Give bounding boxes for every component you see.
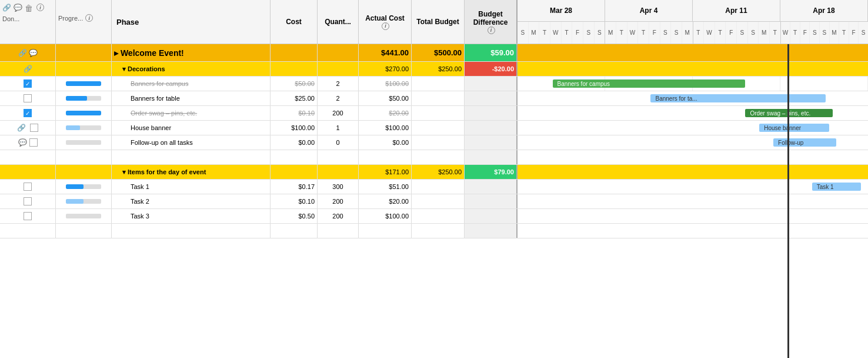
deco-phase-label: Decorations	[128, 65, 165, 72]
comment-icon-fu[interactable]: 💬	[18, 138, 27, 147]
checkbox-t3[interactable]	[24, 212, 32, 220]
checkbox-hb[interactable]	[30, 124, 38, 132]
gantt-day: S	[820, 22, 830, 44]
budget-diff-cell-hb	[465, 121, 518, 135]
phase-col-label: Phase	[116, 18, 139, 26]
actual-cell-fu: $0.00	[359, 135, 412, 150]
gantt-header: Mar 28 Apr 4 Apr 11 Apr 18 S M T W	[518, 0, 868, 44]
budget-diff-cell-os	[465, 106, 518, 120]
gantt-bar-fu: Follow-up	[773, 138, 836, 147]
gantt-day: S	[810, 22, 820, 44]
gantt-day: S	[737, 22, 748, 44]
phase-label-t3: Task 3	[131, 213, 149, 220]
gantt-row-t3	[518, 209, 868, 224]
gantt-day: F	[800, 22, 810, 44]
gantt-month-apr4: Apr 4	[605, 0, 693, 21]
budget-diff-cell-bt	[465, 91, 518, 105]
link-icon-deco[interactable]: 🔗	[24, 65, 32, 73]
total-cell-t3	[412, 209, 465, 223]
gantt-day: F	[649, 22, 660, 44]
actual-cell-bt: $50.00	[359, 91, 412, 105]
checkbox-bt[interactable]	[24, 94, 32, 102]
header-phase-col: Phase	[112, 0, 271, 44]
gantt-row-fu: Follow-up	[518, 135, 868, 150]
cost-cell-fu: $0.00	[271, 135, 318, 150]
phase-cell-hb: House banner	[112, 121, 271, 135]
progress-cell-items	[56, 165, 112, 179]
actual-cell-t2: $20.00	[359, 194, 412, 208]
budget-diff-cell-t2	[465, 194, 518, 208]
quant-col-label: Quant...	[325, 18, 351, 26]
total-cell-hb	[412, 121, 465, 135]
app-container: 🔗 💬 🗑 i Don... Progre... i Phase Cost Qu…	[0, 0, 868, 358]
gantt-day: M	[529, 22, 540, 44]
gantt-month-apr11: Apr 11	[693, 0, 780, 21]
link-icon-hb[interactable]: 🔗	[17, 124, 26, 132]
header-actual-col: Actual Cost i	[359, 0, 412, 44]
task1-row: Task 1 $0.17 300 $51.00	[0, 180, 518, 194]
comment-icon[interactable]: 💬	[14, 4, 22, 13]
gantt-day: T	[638, 22, 649, 44]
progress-fill-bc	[66, 81, 101, 86]
budget-diff-cell-t3	[465, 209, 518, 223]
checkbox-t2[interactable]	[24, 197, 32, 205]
phase-cell-t1: Task 1	[112, 180, 271, 194]
cost-cell-hb: $100.00	[271, 121, 318, 135]
welcome-toggle[interactable]: ▸	[114, 48, 118, 58]
checkbox-os[interactable]: ✓	[24, 109, 32, 117]
gantt-bar-t1: Task 1	[812, 183, 861, 191]
quant-cell-bt: 2	[318, 91, 359, 105]
budget-diff-cell-t1	[465, 180, 518, 194]
checkbox-fu[interactable]	[29, 138, 38, 147]
phase-cell-bc: Banners for campus	[112, 77, 271, 91]
items-toggle[interactable]: ▾	[122, 168, 126, 176]
progress-cell-hb	[56, 121, 112, 135]
followup-row: 💬 Follow-up on all tasks $0.00 0 $0.00	[0, 135, 518, 150]
link-icon-welcome[interactable]: 🔗	[18, 49, 27, 57]
gantt-row-welcome	[518, 44, 868, 62]
progress-cell-deco	[56, 62, 112, 76]
phase-label-t1: Task 1	[131, 183, 149, 190]
items-group-row: ▾ Items for the day of event $171.00 $25…	[0, 165, 518, 180]
progress-bar-hb	[66, 125, 101, 130]
phase-label-bt: Banners for table	[131, 95, 180, 102]
progress-fill-bt	[66, 96, 87, 101]
cost-cell-items	[271, 165, 318, 179]
gantt-day-group-apr4: M T W T F S S M	[605, 22, 693, 44]
budget-diff-cell-deco: -$20.00	[465, 62, 518, 76]
cost-cell-bt: $25.00	[271, 91, 318, 105]
phase-label-os: Order swag – pins, etc.	[131, 110, 197, 117]
progress-cell-bt	[56, 91, 112, 105]
gantt-day: T	[562, 22, 573, 44]
gantt-day: M	[830, 22, 840, 44]
checkbox-bc[interactable]: ✓	[24, 79, 32, 88]
total-cell-t2	[412, 194, 465, 208]
phase-cell-bt: Banners for table	[112, 91, 271, 105]
done-cell-bc: ✓	[0, 77, 56, 91]
actual-cell-hb: $100.00	[359, 121, 412, 135]
gantt-day: W	[627, 22, 639, 44]
gantt-day: S	[518, 22, 529, 44]
trash-icon[interactable]: 🗑	[25, 4, 33, 13]
welcome-event-row: 🔗 💬 ▸ Welcome Event! $441.00 $500.00 $59…	[0, 44, 518, 62]
phase-label-hb: House banner	[131, 124, 171, 131]
gantt-day: S	[595, 22, 605, 44]
budget-diff-cell-fu	[465, 135, 518, 150]
gantt-day-group-mar28: S M T W T F S S	[518, 22, 605, 44]
done-cell-bt	[0, 91, 56, 105]
comment-icon-welcome[interactable]: 💬	[29, 49, 38, 57]
cost-cell-deco	[271, 62, 318, 76]
phase-label-fu: Follow-up on all tasks	[131, 139, 193, 146]
header-budget-diff-col: Budget Difference i	[465, 0, 518, 44]
cost-cell-t2: $0.10	[271, 194, 318, 208]
task3-row: Task 3 $0.50 200 $100.00	[0, 209, 518, 224]
progress-fill-os	[66, 111, 101, 115]
link-icon[interactable]: 🔗	[2, 4, 11, 13]
deco-toggle[interactable]: ▾	[122, 65, 126, 73]
gantt-row-items	[518, 165, 868, 180]
task2-row: Task 2 $0.10 200 $20.00	[0, 194, 518, 209]
quant-cell-t1: 300	[318, 180, 359, 194]
gantt-bar-bt: Banners for ta...	[650, 94, 826, 102]
gantt-bar-hb: House banner	[759, 124, 829, 132]
checkbox-t1[interactable]	[24, 183, 32, 191]
